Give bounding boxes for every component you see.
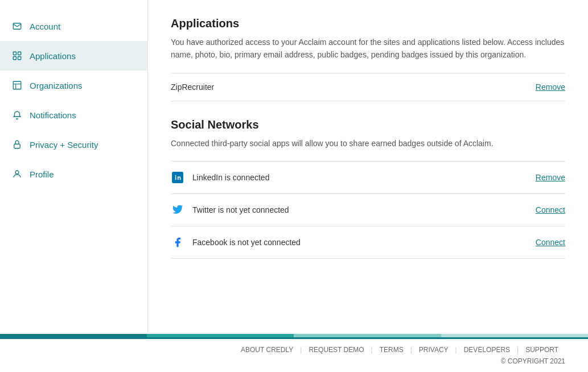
facebook-connect-button[interactable]: Connect (536, 238, 565, 247)
main-content: Applications You have authorized access … (148, 0, 588, 334)
social-row-linkedin: LinkedIn is connected Remove (171, 161, 565, 194)
app-name-ziprecruiter: ZipRecruiter (171, 82, 214, 92)
svg-rect-8 (14, 144, 20, 148)
social-row-twitter: Twitter is not yet connected Connect (171, 194, 565, 226)
footer-link-privacy[interactable]: PRIVACY (412, 346, 455, 354)
svg-rect-4 (18, 57, 21, 60)
sidebar-item-organizations-label: Organizations (30, 81, 83, 90)
social-networks-desc: Connected third-party social apps will a… (171, 137, 565, 150)
applications-desc: You have authorized access to your Accla… (171, 36, 565, 61)
sidebar-item-notifications[interactable]: Notifications (0, 100, 147, 130)
social-networks-section: Social Networks Connected third-party so… (171, 118, 565, 259)
footer-link-about[interactable]: ABOUT CREDLY (234, 346, 300, 354)
twitter-row-left: Twitter is not yet connected (171, 203, 289, 217)
footer-copyright: © COPYRIGHT 2021 (501, 357, 565, 365)
sidebar-item-applications[interactable]: Applications (0, 41, 147, 71)
social-networks-title: Social Networks (171, 118, 565, 131)
svg-rect-3 (13, 57, 16, 60)
linkedin-remove-button[interactable]: Remove (536, 173, 565, 182)
footer: ABOUT CREDLY | REQUEST DEMO | TERMS | PR… (0, 337, 588, 372)
sidebar-item-notifications-label: Notifications (30, 110, 76, 120)
sidebar: Account Applications (0, 0, 148, 334)
svg-rect-1 (13, 52, 16, 55)
svg-point-9 (15, 171, 19, 174)
building-icon (11, 80, 23, 91)
facebook-icon (171, 235, 184, 249)
sidebar-item-profile[interactable]: Profile (0, 159, 147, 189)
linkedin-icon (171, 171, 184, 184)
grid-icon (11, 50, 23, 61)
sidebar-item-profile-label: Profile (30, 170, 54, 179)
facebook-status-label: Facebook is not yet connected (192, 238, 301, 247)
footer-links: ABOUT CREDLY | REQUEST DEMO | TERMS | PR… (234, 346, 565, 354)
twitter-connect-button[interactable]: Connect (536, 205, 565, 214)
social-row-facebook: Facebook is not yet connected Connect (171, 226, 565, 259)
footer-link-developers[interactable]: DEVELOPERS (457, 346, 517, 354)
linkedin-row-left: LinkedIn is connected (171, 171, 269, 184)
applications-title: Applications (171, 17, 565, 30)
facebook-row-left: Facebook is not yet connected (171, 235, 301, 249)
applications-section: Applications You have authorized access … (171, 17, 565, 101)
sidebar-item-organizations[interactable]: Organizations (0, 71, 147, 100)
twitter-icon (171, 203, 184, 217)
user-icon (11, 168, 23, 180)
linkedin-status-label: LinkedIn is connected (192, 173, 269, 182)
bell-icon (11, 109, 23, 121)
sidebar-item-privacy-security[interactable]: Privacy + Security (0, 130, 147, 159)
footer-link-terms[interactable]: TERMS (373, 346, 410, 354)
sidebar-item-account[interactable]: Account (0, 11, 147, 41)
svg-rect-2 (18, 52, 21, 55)
footer-link-support[interactable]: SUPPORT (519, 346, 565, 354)
twitter-status-label: Twitter is not yet connected (192, 205, 289, 214)
sidebar-item-privacy-security-label: Privacy + Security (30, 140, 98, 150)
lock-icon (11, 139, 23, 150)
sidebar-item-applications-label: Applications (30, 51, 76, 61)
main-row: Account Applications (0, 0, 588, 334)
svg-rect-5 (13, 81, 21, 89)
sidebar-item-account-label: Account (30, 22, 60, 31)
page-layout: Account Applications (0, 0, 588, 372)
app-row-ziprecruiter: ZipRecruiter Remove (171, 73, 565, 101)
envelope-icon (11, 20, 23, 32)
remove-ziprecruiter-button[interactable]: Remove (536, 82, 565, 92)
footer-link-request-demo[interactable]: REQUEST DEMO (302, 346, 371, 354)
